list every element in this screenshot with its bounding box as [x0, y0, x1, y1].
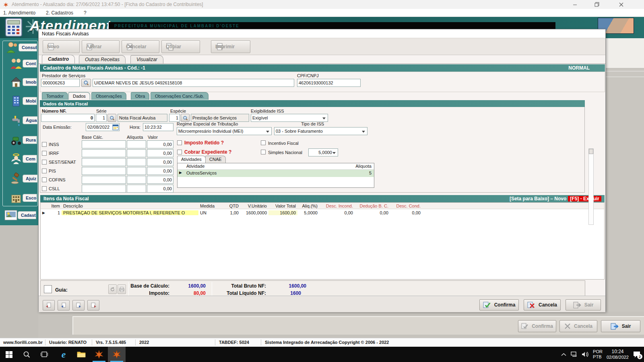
regime-select[interactable]: Microempresário Individual (MEI): [177, 127, 272, 135]
copiar-button[interactable]: Copiar: [161, 40, 200, 53]
sest-aliquota-field[interactable]: [127, 158, 146, 166]
cofins-checkbox[interactable]: [42, 177, 47, 182]
incentivo-fiscal-checkbox[interactable]: [261, 140, 266, 145]
hora-field[interactable]: 10:23:32: [143, 123, 173, 131]
menu-help[interactable]: ?: [84, 10, 87, 16]
irrf-base-field[interactable]: [82, 149, 126, 157]
tab-observacoes[interactable]: Observações: [91, 92, 126, 100]
tab-atividades[interactable]: Atividades: [177, 156, 206, 163]
csll-valor-field[interactable]: 0,00: [147, 185, 173, 193]
cpf-cnpj-field[interactable]: 46206193000132: [297, 79, 361, 87]
outer-sair-button[interactable]: Sair: [601, 320, 640, 332]
tab-tomador[interactable]: Tomador: [42, 92, 68, 100]
exigibilidade-select[interactable]: Exigível: [251, 114, 328, 122]
sidebar-item-imob[interactable]: Imob: [10, 76, 37, 88]
tab-observacoes-canc[interactable]: Observações Canc./Sub.: [151, 92, 208, 100]
cobrar-expediente-checkbox[interactable]: [177, 150, 182, 154]
menu-cadastros[interactable]: 2. Cadastros: [46, 10, 73, 16]
scrollbar-thumb[interactable]: [589, 149, 593, 154]
task-view-icon[interactable]: [35, 347, 53, 362]
sidebar-item-consulta[interactable]: Consulta: [6, 41, 37, 53]
item-row[interactable]: ▶ 1 PRESTAÇAO DE SERVIÇOS MOTORISTA I, R…: [41, 209, 604, 216]
tab-dados[interactable]: Dados: [68, 92, 90, 100]
calendar-icon[interactable]: [112, 124, 119, 130]
menu-atendimento[interactable]: 1. Atendimento: [3, 10, 35, 16]
inss-base-field[interactable]: [82, 140, 126, 148]
sair-button[interactable]: Sair: [566, 299, 601, 311]
speaker-icon[interactable]: [582, 352, 589, 357]
tab-outras-receitas[interactable]: Outras Receitas: [79, 55, 126, 64]
start-button[interactable]: [0, 347, 18, 362]
tray-chevron-up-icon[interactable]: [561, 353, 566, 356]
simples-nacional-checkbox[interactable]: [261, 150, 266, 154]
sidebar-item-esco[interactable]: Esco: [10, 192, 37, 204]
prestador-code-field[interactable]: 000006263: [41, 79, 80, 87]
cofins-base-field[interactable]: [82, 176, 126, 184]
tab-visualizar[interactable]: Visualizar: [130, 55, 163, 64]
confirma-button[interactable]: Confirma: [479, 299, 519, 311]
alterar-button[interactable]: Alterar: [82, 40, 120, 53]
pis-aliquota-field[interactable]: [127, 167, 146, 175]
guia-refresh-button[interactable]: [108, 284, 117, 294]
tab-obra[interactable]: Obra: [131, 92, 149, 100]
sest-senat-checkbox[interactable]: [42, 160, 47, 165]
irrf-valor-field[interactable]: 0,00: [147, 149, 173, 157]
pis-checkbox[interactable]: [42, 169, 47, 173]
sidebar-item-cadastr[interactable]: Cadastr: [4, 210, 36, 221]
csll-base-field[interactable]: [82, 185, 126, 193]
sest-base-field[interactable]: [82, 158, 126, 166]
sidebar-item-cem[interactable]: Cem: [10, 153, 37, 165]
sidebar-item-rura[interactable]: Rura: [10, 134, 37, 146]
numero-nf-field[interactable]: 0: [41, 114, 95, 122]
cofins-valor-field[interactable]: 0,00: [147, 176, 173, 184]
pis-valor-field[interactable]: 0,00: [147, 167, 173, 175]
inss-aliquota-field[interactable]: [127, 140, 146, 148]
sidebar-item-mobi[interactable]: Mobi: [10, 95, 37, 107]
file-explorer-icon[interactable]: [72, 347, 90, 362]
novo-button[interactable]: Novo: [43, 40, 80, 53]
fiorilli-app-icon[interactable]: [90, 347, 108, 362]
vertical-scrollbar[interactable]: [588, 148, 594, 225]
sidebar-item-cont[interactable]: Cont: [10, 58, 37, 70]
especie-num-field[interactable]: 1: [169, 114, 180, 122]
cancelar-button[interactable]: Cancelar: [122, 40, 159, 53]
prestador-search-button[interactable]: [81, 79, 91, 87]
cofins-aliquota-field[interactable]: [127, 176, 146, 184]
action-center-icon[interactable]: 2: [633, 351, 641, 358]
restore-button[interactable]: [588, 0, 606, 9]
language-indicator[interactable]: PORPTB: [593, 349, 603, 360]
csll-checkbox[interactable]: [42, 186, 47, 191]
tab-cnae[interactable]: CNAE: [205, 156, 226, 163]
data-emissao-field[interactable]: 02/08/2022: [86, 123, 120, 131]
tab-cadastro[interactable]: Cadastro: [42, 55, 75, 64]
record-last-button[interactable]: [87, 300, 99, 311]
record-first-button[interactable]: [43, 300, 55, 311]
close-button[interactable]: [612, 0, 630, 9]
taskbar-clock[interactable]: 10:2402/08/2022: [607, 349, 629, 360]
inss-valor-field[interactable]: 0,00: [147, 140, 173, 148]
irrf-checkbox[interactable]: [42, 151, 47, 156]
minimize-button[interactable]: [566, 0, 584, 9]
cancela-button[interactable]: Cancela: [524, 299, 561, 311]
imposto-retido-checkbox[interactable]: [177, 140, 182, 145]
sest-valor-field[interactable]: 0,00: [147, 158, 173, 166]
inss-checkbox[interactable]: [42, 142, 47, 147]
tipo-iss-select[interactable]: 03 - Sobre Faturamento: [274, 127, 367, 135]
especie-search-button[interactable]: [181, 114, 190, 122]
simples-aliquota-select[interactable]: 5,0000: [308, 148, 338, 156]
taskbar-search-icon[interactable]: [18, 347, 35, 362]
outer-cancela-button[interactable]: Cancela: [559, 320, 597, 332]
outer-confirma-button[interactable]: Confirma: [518, 320, 556, 332]
guia-checkbox[interactable]: [44, 285, 52, 293]
record-prev-button[interactable]: [58, 300, 70, 311]
csll-aliquota-field[interactable]: [127, 185, 146, 193]
fiorilli-app-icon-active[interactable]: [108, 347, 126, 362]
sidebar-item-ajuiz[interactable]: Ajuiz: [10, 173, 38, 185]
internet-explorer-icon[interactable]: e: [55, 347, 72, 362]
sidebar-item-agua[interactable]: Água: [10, 114, 38, 126]
network-icon[interactable]: [570, 352, 578, 357]
irrf-aliquota-field[interactable]: [127, 149, 146, 157]
pis-base-field[interactable]: [82, 167, 126, 175]
serie-search-button[interactable]: [107, 114, 116, 122]
serie-field[interactable]: 1: [96, 114, 107, 122]
